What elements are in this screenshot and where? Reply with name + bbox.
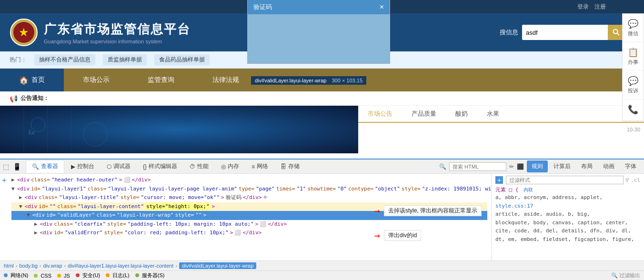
right-tab-animation[interactable]: 动画: [598, 160, 619, 172]
svg-line-4: [617, 33, 620, 36]
network-tab-icon: ≡: [252, 163, 255, 170]
tab-fruit[interactable]: 水果: [477, 106, 509, 122]
notice-bar: 📢 公告通知：: [0, 91, 644, 106]
annotations-container: → 去掉该style, 弹出框内容能正常显示 → 弹出div的id: [374, 205, 482, 241]
nav-market[interactable]: 市场公示: [64, 69, 129, 91]
css-filter-input[interactable]: [506, 176, 624, 184]
status-bar: 网络(N) CSS JS 安全(U) 日志(L) 服务器(S): [0, 270, 644, 280]
style-tab-label: 样式编辑器: [149, 162, 177, 170]
css-item-3: blockquote, body, canvas, caption, cente…: [495, 219, 640, 227]
breadcrumb-body[interactable]: body.bg: [19, 263, 37, 269]
right-tab-layout[interactable]: 布局: [576, 160, 597, 172]
memory-tab-label: 内存: [228, 162, 239, 170]
search-input[interactable]: [522, 25, 608, 40]
breadcrumb-wrap[interactable]: div.wrap: [43, 263, 62, 269]
responsive-icon[interactable]: 📱: [13, 163, 21, 170]
network-toggle[interactable]: 网络(N): [4, 272, 28, 279]
hot-link-0[interactable]: 抽样不合格产品信息: [34, 54, 95, 65]
log-label: 日志(L): [112, 272, 129, 278]
css-selector: 元素 □ {: [495, 187, 519, 193]
expand-arrow-4[interactable]: ▼: [27, 211, 30, 220]
search-label: 搜信息: [500, 28, 518, 37]
inspect-icon[interactable]: ⬚: [3, 163, 9, 170]
devtools-right-tabs: 规则 计算后 布局 动画 字体: [527, 160, 641, 172]
expand-arrow-1[interactable]: ▼: [11, 185, 15, 193]
wechat-label: 微信: [628, 30, 638, 36]
network-dot: [4, 273, 8, 277]
css-item-2: article, aside, audio, b, big,: [495, 210, 640, 219]
css-source-link[interactable]: 内联: [523, 187, 533, 192]
devtools-tab-memory[interactable]: ◎ 内存: [215, 160, 245, 172]
css-item-1: style.css:17: [495, 202, 640, 210]
dock-icon[interactable]: ⬛: [517, 163, 524, 170]
devtools-tab-style[interactable]: {} 样式编辑器: [137, 160, 183, 172]
devtools-css-panel: + ▽ .cl 元素 □ { 内联 a, abbr, acronym, addr…: [492, 174, 644, 260]
log-dot: [106, 273, 110, 277]
devtools-html-panel: + ▶ <div class="header header-outer" > ⬜…: [0, 174, 492, 260]
phone-button[interactable]: 📞: [623, 100, 644, 121]
expand-arrow-5[interactable]: ▶: [34, 220, 38, 229]
server-toggle[interactable]: 服务器(S): [135, 272, 165, 279]
right-tab-fonts[interactable]: 字体: [620, 160, 641, 172]
right-tab-computed[interactable]: 计算后: [549, 160, 575, 172]
tab-market-notice[interactable]: 市场公告: [358, 106, 402, 123]
nav-home-label: 首页: [31, 76, 45, 84]
devtools-body: + ▶ <div class="header header-outer" > ⬜…: [0, 174, 644, 260]
devtools-tab-debugger[interactable]: ⬡ 调试器: [101, 160, 136, 172]
complaint-icon: 💬: [625, 76, 641, 86]
expand-arrow-0[interactable]: ▶: [11, 176, 15, 184]
login-link[interactable]: 登录: [577, 3, 589, 11]
add-element-button[interactable]: +: [2, 176, 7, 185]
html-line-title: ▶ <div class="layui-layer-title" style="…: [11, 193, 487, 202]
devtools-tab-console[interactable]: ▶ 控制台: [65, 160, 100, 172]
filter-funnel-icon[interactable]: ▽: [625, 177, 629, 183]
breadcrumb-html[interactable]: html: [4, 263, 14, 269]
nav-home[interactable]: 🏠 首页: [0, 69, 64, 91]
devtools-tab-inspector[interactable]: 🔍 查看器: [26, 160, 64, 173]
log-toggle[interactable]: 日志(L): [106, 272, 130, 279]
expand-arrow-3[interactable]: ▼: [19, 203, 22, 211]
js-toggle[interactable]: JS: [57, 273, 70, 279]
css-item-5: dt, em, embed, fieldset, figcaption, fig…: [495, 235, 640, 244]
hot-link-2[interactable]: 食品药品抽样单据: [154, 54, 210, 65]
breadcrumb-current[interactable]: div#validLayer.layui-layer-wrap: [179, 262, 256, 269]
breadcrumb-layer1[interactable]: div#layui-layer1.layui-layer.layui-layer…: [68, 263, 173, 269]
tab-yogurt[interactable]: 酸奶: [446, 106, 477, 122]
tab-product-quality[interactable]: 产品质量: [402, 106, 446, 122]
complaint-label: 投诉: [628, 88, 638, 93]
security-toggle[interactable]: 安全(U): [76, 272, 100, 279]
popup-content: [248, 14, 390, 63]
hot-link-1[interactable]: 质监抽样单据: [103, 54, 147, 65]
tooltip-dimensions: 300 × 103.15: [332, 78, 362, 83]
svg-rect-5: [0, 106, 358, 153]
wechat-button[interactable]: 💬 微信: [623, 14, 644, 42]
filter-output-label: 🔍 过滤输出: [611, 272, 640, 279]
complaint-button[interactable]: 💬 投诉: [623, 71, 644, 100]
network-tab-label: 网络: [257, 162, 268, 170]
nav-supervision[interactable]: 监管查询: [129, 69, 193, 91]
css-toggle[interactable]: CSS: [34, 273, 51, 279]
nav-market-label: 市场公示: [83, 76, 110, 84]
popup-close-button[interactable]: ×: [380, 3, 384, 11]
service-button[interactable]: 📋 办事: [623, 42, 644, 71]
expand-arrow-2[interactable]: ▶: [19, 194, 22, 202]
search-html-input[interactable]: [449, 162, 506, 171]
register-link[interactable]: 注册: [594, 3, 606, 11]
search-icon: [613, 29, 620, 36]
right-tab-rules[interactable]: 规则: [527, 160, 548, 172]
nav-law[interactable]: 法律法规: [193, 69, 258, 91]
pencil-icon[interactable]: ✏: [509, 163, 514, 170]
perf-tab-icon: ⏱: [190, 163, 195, 170]
service-icon: 📋: [625, 47, 641, 58]
annotation-1-row: → 去掉该style, 弹出框内容能正常显示: [374, 205, 482, 216]
eye-icon-2[interactable]: 👁: [263, 194, 268, 201]
tab-buttons: 市场公告 产品质量 酸奶 水果: [358, 106, 644, 123]
expand-arrow-6[interactable]: ▶: [34, 229, 38, 237]
devtools-tab-performance[interactable]: ⏱ 性能: [184, 160, 214, 172]
banner: Ea: [0, 106, 358, 153]
devtools-tab-network[interactable]: ≡ 网络: [246, 160, 274, 172]
annotation-text-2: 弹出div的id: [384, 230, 422, 241]
add-style-button[interactable]: +: [495, 176, 503, 184]
element-tooltip: div#validLayer.layui-layer-wrap 300 × 10…: [251, 76, 366, 85]
devtools-tab-storage[interactable]: 🗄 存储: [275, 160, 305, 172]
